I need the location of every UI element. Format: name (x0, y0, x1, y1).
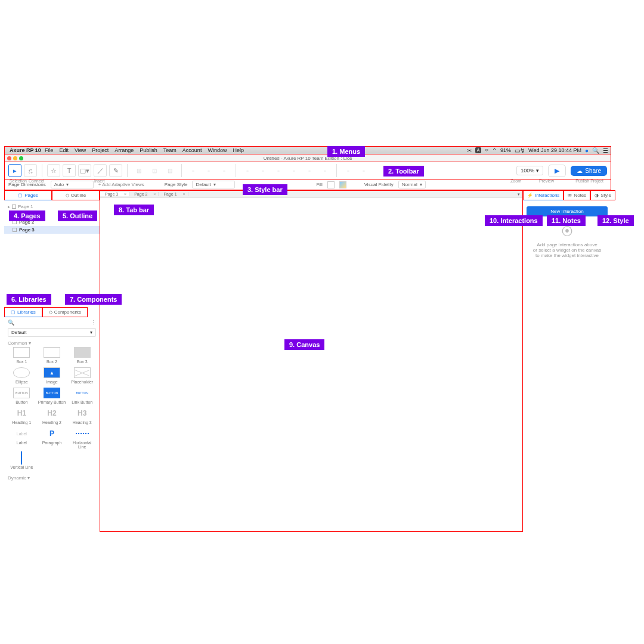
window-titlebar: Untitled - Axure RP 10 Team Edition : Li… (4, 154, 611, 162)
annotation: 12. Style (597, 215, 634, 226)
add-adaptive-views[interactable]: + Add Adaptive Views (98, 182, 144, 187)
close-window-button[interactable] (7, 156, 11, 160)
library-widget[interactable]: PParagraph (38, 428, 66, 449)
library-category[interactable]: Common ▾ (8, 340, 96, 346)
clock[interactable]: Wed Jun 29 10:44 PM (528, 147, 581, 153)
fill-color-swatch[interactable] (327, 181, 335, 188)
outline-tab[interactable]: ◇ Outline (52, 190, 100, 200)
page-style-dropdown[interactable]: Default▾ (192, 181, 235, 188)
annotation: 1. Menus (327, 146, 365, 157)
publish-label: Publish Project (575, 179, 603, 183)
annotation: 4. Pages (9, 210, 45, 221)
app-name[interactable]: Axure RP 10 (10, 147, 41, 153)
menu-help[interactable]: Help (233, 147, 244, 153)
fill-image-swatch[interactable] (339, 181, 346, 188)
page-dims-dropdown[interactable]: Auto▾ (51, 181, 94, 188)
page-style-label: Page Style (165, 182, 188, 187)
scissors-icon[interactable]: ✂ (467, 147, 472, 154)
annotation: 5. Outline (58, 210, 97, 221)
menu-account[interactable]: Account (182, 147, 202, 153)
tb-align1[interactable]: ▫ (187, 164, 200, 177)
line-tool[interactable]: ／ (94, 164, 107, 177)
tb-dist2[interactable]: ▫ (256, 164, 270, 177)
battery-icon[interactable]: ▭↯ (515, 147, 525, 154)
rect-tool[interactable]: ☆ (47, 164, 60, 177)
menu-team[interactable]: Team (163, 147, 177, 153)
canvas[interactable] (101, 199, 522, 531)
tb-group1[interactable]: ⊞ (132, 164, 145, 177)
library-widget[interactable]: Box 1 (8, 347, 36, 364)
tb-dist4[interactable]: ▫ (287, 164, 301, 177)
annotation: 8. Tab bar (114, 205, 154, 215)
library-widget[interactable]: BUTTONLink Button (68, 388, 96, 404)
tb-misc1[interactable]: ▫ (342, 164, 355, 177)
library-widget[interactable]: Box 3 (68, 347, 96, 364)
library-widget[interactable]: Vertical Line (8, 453, 36, 469)
components-tab[interactable]: ◇ Components (42, 307, 88, 317)
bluetooth-icon[interactable]: ⌔ (485, 147, 488, 154)
doc-tab[interactable]: Page 2× (129, 192, 159, 196)
library-menu-icon[interactable]: ⋮ (91, 320, 96, 326)
menu-window[interactable]: Window (208, 147, 227, 153)
tb-misc2[interactable]: ▫ (357, 164, 370, 177)
hint-text: or select a widget on the canvas (527, 247, 608, 253)
tb-align2[interactable]: ▫ (202, 164, 215, 177)
close-tab-icon[interactable]: × (182, 192, 185, 196)
library-select[interactable]: Default▾ (8, 328, 96, 337)
tb-align3[interactable]: ▫ (218, 164, 231, 177)
library-widget[interactable]: BUTTONPrimary Button (38, 388, 66, 404)
tb-dist5[interactable]: ▫ (303, 164, 316, 177)
library-widget[interactable]: H3Heading 3 (68, 408, 96, 425)
text-tool[interactable]: T (63, 164, 76, 177)
connect-tool[interactable]: ⎌ (24, 164, 37, 177)
close-tab-icon[interactable]: × (153, 192, 156, 196)
search-icon[interactable]: 🔍 (592, 147, 599, 154)
sync-icon[interactable]: ● (585, 147, 589, 154)
menu-file[interactable]: File (45, 147, 54, 153)
library-widget[interactable]: H1Heading 1 (8, 408, 36, 425)
close-tab-icon[interactable]: × (124, 192, 126, 196)
share-button[interactable]: ☁ Share (571, 166, 607, 176)
library-widget[interactable]: Box 2 (38, 347, 66, 364)
menu-project[interactable]: Project (92, 147, 109, 153)
minimize-window-button[interactable] (13, 156, 17, 160)
app-indicator-icon[interactable]: A (475, 147, 481, 153)
doc-tab[interactable]: Page 3× (100, 192, 129, 196)
library-widget[interactable]: Horizontal Line (68, 428, 96, 449)
notes-tab[interactable]: ✉ Notes (564, 190, 590, 200)
pages-tab[interactable]: ▢ Pages (4, 190, 52, 200)
interactions-tab[interactable]: ⚡ Interactions (523, 190, 564, 200)
tb-group2[interactable]: ⊡ (148, 164, 161, 177)
library-widget[interactable]: BUTTONButton (8, 388, 36, 404)
wifi-icon[interactable]: ⌃ (492, 147, 497, 154)
tb-dist3[interactable]: ▫ (272, 164, 285, 177)
tb-dist6[interactable]: ▫ (318, 164, 332, 177)
preview-button[interactable]: ▶ (548, 165, 566, 177)
library-category[interactable]: Dynamic ▾ (8, 475, 96, 481)
libraries-tab[interactable]: ▢ Libraries (4, 307, 42, 317)
menu-edit[interactable]: Edit (59, 147, 69, 153)
page-item[interactable]: Page 3 (4, 226, 100, 234)
menu-publish[interactable]: Publish (140, 147, 157, 153)
tb-group3[interactable]: ⊟ (163, 164, 177, 177)
tb-dist1[interactable]: ▫ (241, 164, 254, 177)
zoom-value: 100% (521, 168, 534, 174)
zoom-window-button[interactable] (19, 156, 23, 160)
library-widget[interactable]: Placeholder (68, 367, 96, 384)
tabs-dropdown-icon[interactable]: ▾ (518, 192, 520, 197)
style-tab[interactable]: ◑ Style (590, 190, 615, 200)
library-widget[interactable]: Ellipse (8, 367, 36, 384)
pen-tool[interactable]: ✎ (109, 164, 122, 177)
visual-fidelity-dropdown[interactable]: Normal▾ (398, 181, 426, 188)
library-widget[interactable]: LabelLabel (8, 428, 36, 449)
menu-arrange[interactable]: Arrange (114, 147, 134, 153)
selection-tool[interactable]: ▸ (8, 164, 21, 177)
library-search-icon[interactable]: 🔍 (8, 320, 14, 326)
doc-tab[interactable]: Page 1× (159, 192, 188, 196)
control-center-icon[interactable]: ☰ (603, 147, 608, 154)
shape-tool[interactable]: ▢▾ (78, 164, 91, 177)
menu-view[interactable]: View (75, 147, 86, 153)
library-widget[interactable]: H2Heading 2 (38, 408, 66, 425)
zoom-control[interactable]: 100% ▾ (516, 166, 543, 175)
library-widget[interactable]: ▲Image (38, 367, 66, 384)
